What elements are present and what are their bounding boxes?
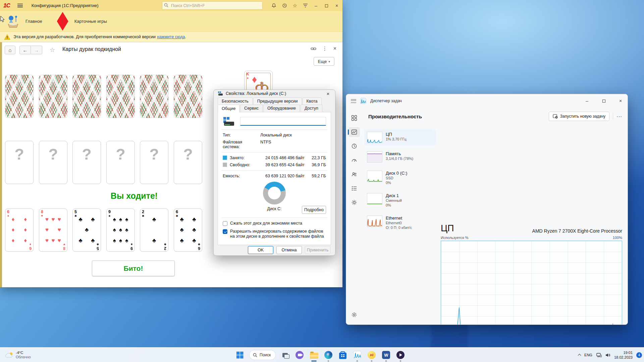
hand-card-6♣[interactable]: 6♣6♣♣♣♣♣♣♣ — [174, 208, 202, 252]
rail-startup-apps-icon[interactable] — [348, 155, 360, 165]
network-icon[interactable] — [596, 353, 602, 357]
functions-filter-icon[interactable] — [303, 3, 308, 8]
desktop-sandbox-icon[interactable] — [5, 14, 21, 29]
minimize-button[interactable]: – — [314, 3, 318, 8]
perf-item-Ethernet[interactable]: EthernetEthernet0О: 0 П: 0 кбит/с — [364, 213, 436, 233]
file-explorer-icon[interactable] — [309, 350, 319, 360]
tm-header: Производительность Запустить новую задач… — [368, 110, 622, 122]
tm-menu-icon[interactable] — [351, 99, 356, 103]
form-title: Карты дурак подкидной — [62, 46, 121, 52]
nav-item-card-games[interactable]: Карточные игры — [74, 19, 107, 24]
perf-thumbnail — [367, 151, 382, 163]
hand-card-6♦[interactable]: 6♦6♦♦♦♦♦♦♦ — [5, 208, 34, 252]
weather-widget[interactable]: -4°C Облачно — [3, 349, 33, 361]
get-link-icon[interactable] — [311, 47, 316, 51]
card-back — [5, 75, 34, 118]
taskbar-search[interactable]: Поиск — [249, 350, 276, 360]
volume-label-input[interactable] — [240, 117, 326, 126]
general-tab-page: Тип:Локальный диск Файловая система:NTFS… — [218, 112, 331, 245]
chat-icon[interactable] — [294, 350, 305, 360]
language-indicator[interactable]: ENG — [584, 353, 592, 357]
more-button[interactable]: Еще▾ — [314, 57, 334, 66]
hand-card-5♣[interactable]: 5♣5♣♣♣♣♣♣ — [72, 208, 101, 252]
favorites-star-icon[interactable]: ☆ — [293, 3, 297, 9]
tm-maximize-button[interactable] — [601, 98, 606, 104]
bito-button[interactable]: Бито! — [92, 260, 175, 276]
purchase-link[interactable]: нажмите сюда — [157, 35, 185, 39]
cancel-button[interactable]: Отмена — [276, 246, 302, 254]
tab-Квота[interactable]: Квота — [303, 98, 322, 105]
notifications-bell-icon[interactable] — [271, 3, 276, 8]
tab-row-back: БезопасностьПредыдущие версииКвота — [214, 98, 335, 105]
index-checkbox[interactable] — [223, 229, 227, 234]
start-button[interactable] — [235, 350, 245, 360]
rail-users-icon[interactable] — [348, 169, 360, 179]
dialog-footer: OK Отмена Применить — [214, 245, 335, 255]
perf-item-Диск 0 (C:)[interactable]: Диск 0 (C:)SSD0% — [364, 168, 436, 188]
close-button[interactable]: × — [334, 3, 339, 8]
maximize-button[interactable] — [324, 3, 329, 8]
forward-button[interactable]: → — [31, 46, 42, 54]
task-manager-taskbar-icon[interactable] — [352, 350, 362, 360]
home-button[interactable]: ⌂ — [5, 46, 15, 54]
used-label: Занято: — [230, 156, 259, 160]
card-unknown: ? — [174, 141, 202, 184]
rail-processes-icon[interactable] — [348, 113, 360, 123]
dialog-title: Свойства: Локальный диск (C:) — [226, 91, 286, 96]
hand-card-9♠[interactable]: 9♠9♠♠♠♠♠♠♠♠♠♠ — [106, 208, 135, 252]
back-button[interactable]: ← — [19, 46, 31, 54]
media-player-icon[interactable] — [395, 350, 406, 360]
volume-icon[interactable] — [605, 353, 610, 357]
tab-Безопасность[interactable]: Безопасность — [218, 98, 253, 105]
form-menu-icon[interactable]: ⋮ — [322, 46, 327, 52]
compress-checkbox[interactable] — [223, 221, 227, 226]
rail-settings-icon[interactable] — [348, 310, 360, 320]
dialog-close-button[interactable]: × — [325, 91, 331, 97]
microsoft-store-icon[interactable] — [338, 350, 348, 360]
tab-Общие[interactable]: Общие — [218, 105, 239, 112]
tab-Доступ[interactable]: Доступ — [301, 105, 322, 112]
main-menu-icon[interactable] — [17, 4, 23, 7]
favorite-star-icon[interactable]: ☆ — [50, 46, 55, 54]
rail-performance-icon[interactable] — [348, 127, 360, 137]
tm-minimize-button[interactable]: – — [585, 98, 589, 104]
search-input[interactable] — [162, 1, 263, 10]
drive-icon-large — [223, 116, 235, 126]
ok-button[interactable]: OK — [248, 246, 273, 254]
rail-details-icon[interactable] — [348, 183, 360, 193]
tab-Оборудование[interactable]: Оборудование — [263, 105, 300, 112]
hand-card-8♥[interactable]: 8♥8♥♥♥♥♥♥♥♥♥ — [39, 208, 67, 252]
filesystem-value: NTFS — [260, 140, 271, 149]
tab-Сервис[interactable]: Сервис — [240, 105, 263, 112]
type-label: Тип: — [223, 133, 260, 137]
word-icon[interactable]: W — [381, 350, 391, 360]
edge-icon[interactable] — [323, 350, 333, 360]
1c-taskbar-icon[interactable]: 1С — [367, 350, 377, 360]
tm-more-options-button[interactable]: ··· — [616, 114, 622, 119]
tm-window-title: Диспетчер задач — [370, 99, 402, 103]
used-bytes: 24 015 466 496 байт — [259, 156, 305, 160]
card-games-diamond-icon[interactable] — [57, 12, 68, 31]
tray-overflow-chevron-icon[interactable] — [578, 354, 581, 357]
disk-c-label: Диск C: — [267, 206, 281, 211]
cpu-title: ЦП — [441, 223, 454, 234]
rail-services-icon[interactable] — [348, 197, 360, 207]
nav-item-main[interactable]: Главное — [25, 19, 42, 24]
rail-app-history-icon[interactable] — [348, 141, 360, 151]
notification-badge[interactable]: 4 — [636, 352, 642, 358]
run-new-task-button[interactable]: Запустить новую задачу — [549, 112, 609, 121]
cpu-panel: ЦП AMD Ryzen 7 2700X Eight-Core Processo… — [441, 220, 622, 324]
clock[interactable]: 19:0118.02.2023 — [614, 350, 633, 360]
perf-item-ЦП[interactable]: ЦП1% 3,70 ГГц — [364, 129, 436, 146]
form-close-icon[interactable]: × — [333, 46, 336, 52]
task-view-icon[interactable] — [280, 350, 290, 360]
history-icon[interactable] — [282, 3, 287, 8]
perf-thumbnail — [367, 193, 382, 204]
hand-card-2♣[interactable]: 2♣2♣♣♣ — [140, 208, 168, 252]
perf-item-Диск 1[interactable]: Диск 1Сменный0% — [364, 190, 436, 210]
details-button[interactable]: Подробно — [302, 206, 326, 214]
card-back — [72, 75, 101, 118]
tm-close-button[interactable]: × — [618, 98, 623, 104]
tab-Предыдущие версии[interactable]: Предыдущие версии — [253, 98, 302, 105]
perf-item-Память[interactable]: Память3,1/4,0 ГБ (78%) — [364, 148, 436, 165]
